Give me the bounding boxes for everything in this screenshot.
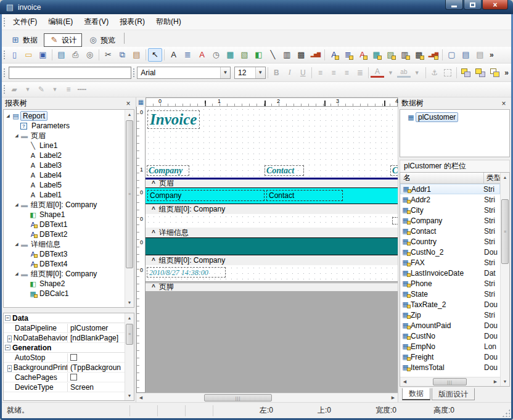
clipped-element[interactable] [392,217,398,224]
line-button[interactable]: ╲ [266,48,280,62]
field-row-Zip[interactable]: ▦ZipStri [400,310,500,320]
font-toolbar-grip[interactable] [133,68,135,78]
checkbox[interactable] [70,354,77,361]
tree-item--0-Company[interactable]: ◢▬组页眉[0]: Company [4,200,125,210]
report-tree-close-icon[interactable]: × [124,99,133,108]
fill-color-button[interactable]: ▰ [7,83,21,96]
band-list-icon[interactable]: ▦ [136,97,146,107]
collapse-caret-icon[interactable]: ^ [152,257,155,264]
property-row-CachePages[interactable]: CachePages [4,373,125,382]
property-row-BackgroundPrintSe[interactable]: +BackgroundPrintSe(TppBackgroun [4,363,125,373]
tree-item-Shape1[interactable]: ◧Shape1 [4,210,125,220]
resize-grip[interactable] [502,409,510,417]
dbmemo-button[interactable]: ≣ [341,48,355,62]
field-row-Addr2[interactable]: ▦Addr2Stri [400,194,500,205]
expand-arrow-icon[interactable]: ◢ [5,113,11,118]
select-arrow-button[interactable]: ↖ [148,48,162,62]
system-variable-button[interactable]: ◷ [209,48,223,62]
expand-arrow-icon[interactable]: ◢ [14,133,20,138]
font-size-select[interactable]: 12 ▼ [234,67,266,79]
property-row-DataPipeline[interactable]: DataPipelineplCustomer [4,323,125,333]
format-toolbar-overflow[interactable]: » [504,68,509,77]
menu-item[interactable]: 帮助(H) [150,15,187,28]
shape-button[interactable]: ◧ [252,48,266,62]
clipped-header-label[interactable]: C [390,165,398,176]
property-group-Generation[interactable]: −Generation [4,343,125,353]
field-row-ItemsTotal[interactable]: ▦ItemsTotalDou [400,362,500,373]
main-toolbar-overflow[interactable]: » [490,51,494,59]
label-button[interactable]: A [166,48,181,62]
close-button[interactable]: × [482,0,508,10]
font-color-button[interactable]: A [371,67,384,78]
dbchart-button[interactable]: ▂▅▇ [426,48,440,62]
bring-to-front-button[interactable] [461,68,471,77]
scroll-down-icon[interactable]: ▼ [125,391,134,400]
group-header-strip[interactable]: ^ 组页眉[0]: Company [146,204,398,214]
line-color-button[interactable]: ✎ [35,83,48,96]
tree-item-Label4[interactable]: ALabel4 [4,170,125,180]
field-row-AmountPaid[interactable]: ▦AmountPaidDou [400,320,500,331]
save-button[interactable]: ▣ [36,48,50,62]
dbbarcode-2d-button[interactable]: ▩ [412,48,426,62]
report-title-label[interactable]: Invoice [147,110,200,129]
tree-item-Label1[interactable]: ALabel1 [4,190,125,200]
contact-header-label[interactable]: Contact [265,165,304,176]
bold-button[interactable]: B [270,67,283,79]
property-value[interactable] [68,354,125,361]
group-header-band[interactable]: Company Contact [146,187,398,204]
line-style-button[interactable]: ╍╍ [75,83,89,96]
font-color-dropdown[interactable]: ▼ [384,67,397,79]
scroll-right-icon[interactable]: ▶ [491,377,500,386]
subreport-button[interactable]: ▤ [459,48,473,62]
richtext-button[interactable]: A [195,48,209,62]
line-thickness-button[interactable]: ≡ [62,83,75,96]
send-to-back-button[interactable] [490,68,500,77]
font-name-select[interactable]: Arial ▼ [137,67,231,79]
collapse-icon[interactable]: − [5,345,10,350]
tree-item--[interactable]: ◢▬页眉 [4,131,125,141]
tab-数据[interactable]: ⊞数据 [5,33,43,47]
fill-color-dropdown[interactable]: ▼ [21,83,35,96]
group-footer-strip[interactable]: ^ 组页脚[0]: Company [146,255,398,265]
data-settings-button[interactable]: ▤ [54,48,68,62]
title-bar[interactable]: ▤ invoice [0,0,513,14]
tree-item--0-Company[interactable]: ◢▬组页脚[0]: Company [4,269,125,279]
field-row-Freight[interactable]: ▦FreightDou [400,352,500,362]
anchor-button[interactable]: ⚓ [428,67,441,79]
group-footer-band[interactable]: 2010/8/27 14:38:00 [146,265,398,281]
property-value[interactable]: plCustomer [68,324,125,332]
tree-item-DBCalc1[interactable]: ▦DBCalc1 [4,289,125,299]
field-row-LastInvoiceDate[interactable]: ▦LastInvoiceDateDat [400,268,500,278]
image-button[interactable]: ▧ [237,48,252,62]
collapse-caret-icon[interactable]: ^ [152,284,155,290]
region-button[interactable]: ▢ [445,48,459,62]
menu-item[interactable]: 编辑(E) [43,15,78,28]
draw-toolbar-grip[interactable] [3,84,6,94]
barcode-2d-button[interactable]: ▩ [294,48,308,62]
chart-button[interactable]: ▂▅▇ [308,48,322,62]
chevron-down-icon[interactable]: ▼ [255,67,265,78]
field-row-Country[interactable]: ▦CountryStri [400,236,500,247]
property-value[interactable]: Screen [68,383,125,392]
collapse-caret-icon[interactable]: ^ [152,229,155,236]
tree-item-Label2[interactable]: ALabel2 [4,150,125,160]
property-row-DeviceType[interactable]: DeviceTypeScreen [4,382,125,392]
checkbox[interactable] [70,374,77,381]
report-tree-scrollbar[interactable]: ▲ ≡ ▼ [125,110,134,307]
move-forward-button[interactable] [475,68,485,77]
column-header-type[interactable]: 类型 [484,173,500,183]
dbimage-button[interactable]: ▧ [384,48,398,62]
tab-设计[interactable]: ✎设计 [44,33,82,47]
align-justify-button[interactable]: ≣ [353,67,366,79]
italic-button[interactable]: I [283,67,296,79]
field-row-Contact[interactable]: ▦ContactStri [400,226,500,236]
copy-button[interactable]: ⧉ [115,48,129,62]
dbcalc-button[interactable]: ▦ [369,48,384,62]
page-footer-strip[interactable]: ^ 页脚 [146,281,398,291]
paste-button[interactable]: ▤ [129,48,144,62]
format-toolbar-grip[interactable] [3,68,6,78]
field-row-CustNo[interactable]: ▦CustNoDou [400,331,500,341]
restore-button[interactable] [464,0,482,10]
bottom-tab-数据[interactable]: 数据 [402,388,430,400]
print-preview-button[interactable]: ◎ [83,48,97,62]
